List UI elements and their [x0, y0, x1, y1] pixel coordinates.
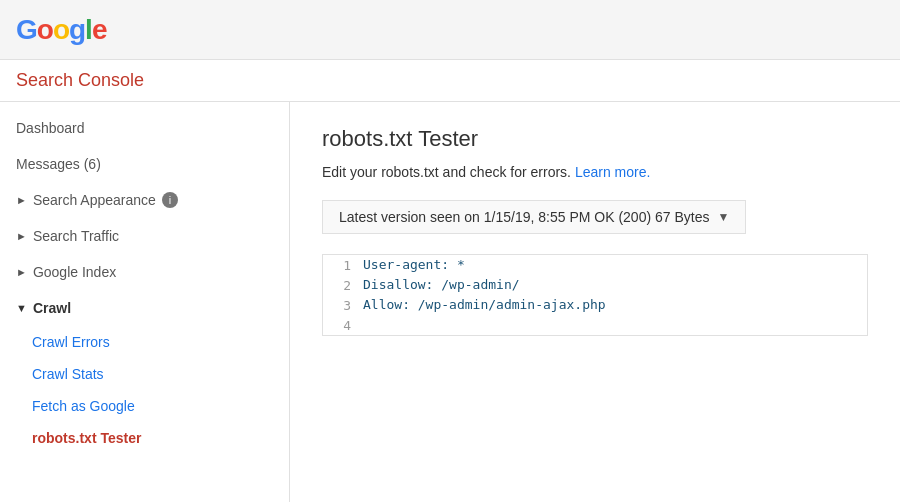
version-dropdown-arrow: ▼: [717, 210, 729, 224]
sidebar-item-fetch-as-google[interactable]: Fetch as Google: [0, 390, 289, 422]
sidebar: Dashboard Messages (6) ► Search Appearan…: [0, 102, 290, 502]
crawl-stats-label: Crawl Stats: [32, 366, 104, 382]
description-text: Edit your robots.txt and check for error…: [322, 164, 571, 180]
line-number-2: 2: [323, 277, 363, 293]
search-console-title: Search Console: [16, 70, 144, 90]
search-appearance-label: Search Appearance: [33, 192, 156, 208]
sidebar-item-crawl-stats[interactable]: Crawl Stats: [0, 358, 289, 390]
main-layout: Dashboard Messages (6) ► Search Appearan…: [0, 102, 900, 502]
messages-label: Messages (6): [16, 156, 101, 172]
google-index-label: Google Index: [33, 264, 116, 280]
line-content-1: User-agent: *: [363, 257, 867, 272]
sidebar-item-messages[interactable]: Messages (6): [0, 146, 289, 182]
google-logo: Google: [16, 14, 106, 46]
code-line-4: 4: [323, 315, 867, 335]
content-area: robots.txt Tester Edit your robots.txt a…: [290, 102, 900, 502]
line-number-1: 1: [323, 257, 363, 273]
sidebar-item-search-traffic[interactable]: ► Search Traffic: [0, 218, 289, 254]
page-title: robots.txt Tester: [322, 126, 868, 152]
code-line-3: 3 Allow: /wp-admin/admin-ajax.php: [323, 295, 867, 315]
search-traffic-label: Search Traffic: [33, 228, 119, 244]
fetch-as-google-label: Fetch as Google: [32, 398, 135, 414]
sidebar-item-google-index[interactable]: ► Google Index: [0, 254, 289, 290]
learn-more-link[interactable]: Learn more.: [575, 164, 650, 180]
line-content-3: Allow: /wp-admin/admin-ajax.php: [363, 297, 867, 312]
sidebar-item-crawl-errors[interactable]: Crawl Errors: [0, 326, 289, 358]
search-appearance-info-icon: i: [162, 192, 178, 208]
sidebar-item-robots-txt-tester[interactable]: robots.txt Tester: [0, 422, 289, 454]
dashboard-label: Dashboard: [16, 120, 85, 136]
crawl-arrow: ▼: [16, 302, 27, 314]
line-number-3: 3: [323, 297, 363, 313]
top-bar: Google: [0, 0, 900, 60]
code-line-1: 1 User-agent: *: [323, 255, 867, 275]
code-area[interactable]: 1 User-agent: * 2 Disallow: /wp-admin/ 3…: [322, 254, 868, 336]
search-traffic-arrow: ►: [16, 230, 27, 242]
robots-txt-tester-label: robots.txt Tester: [32, 430, 141, 446]
line-content-2: Disallow: /wp-admin/: [363, 277, 867, 292]
code-line-2: 2 Disallow: /wp-admin/: [323, 275, 867, 295]
sidebar-item-search-appearance[interactable]: ► Search Appearance i: [0, 182, 289, 218]
line-content-4: [363, 317, 867, 332]
version-bar[interactable]: Latest version seen on 1/15/19, 8:55 PM …: [322, 200, 746, 234]
line-number-4: 4: [323, 317, 363, 333]
version-text: Latest version seen on 1/15/19, 8:55 PM …: [339, 209, 709, 225]
sidebar-section-crawl[interactable]: ▼ Crawl: [0, 290, 289, 326]
sc-header: Search Console: [0, 60, 900, 102]
crawl-errors-label: Crawl Errors: [32, 334, 110, 350]
description: Edit your robots.txt and check for error…: [322, 164, 868, 180]
google-index-arrow: ►: [16, 266, 27, 278]
sidebar-item-dashboard[interactable]: Dashboard: [0, 110, 289, 146]
search-appearance-arrow: ►: [16, 194, 27, 206]
crawl-label: Crawl: [33, 300, 71, 316]
